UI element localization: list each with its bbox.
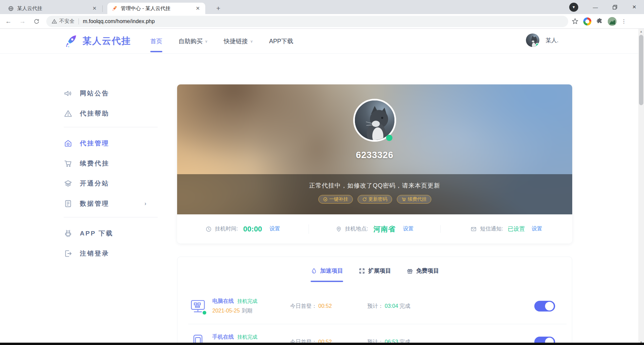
close-icon[interactable]: ✕ [90, 5, 99, 12]
forward-icon[interactable]: → [17, 16, 28, 27]
warning-icon [52, 19, 57, 24]
cart-icon [64, 159, 72, 168]
hang-location-section: 挂机地点: 河南省 设置 [309, 224, 440, 234]
main-nav: 首页 自助购买 ∨ 快捷链接 ∨ APP下载 [150, 29, 293, 54]
tab-free-projects[interactable]: 免费项目 [407, 267, 439, 288]
user-name: 某人. [545, 37, 558, 44]
scroll-up-arrow[interactable]: ▲ [638, 29, 644, 34]
set-location-link[interactable]: 设置 [403, 225, 414, 232]
menu-kebab-icon[interactable]: ⋮ [621, 20, 627, 22]
user-avatar[interactable] [526, 33, 539, 47]
logout-icon [64, 249, 72, 258]
layers-icon [64, 179, 72, 188]
project-name: 手机在线 [212, 334, 234, 340]
first-login-col: 今日首登：00:52 [290, 303, 367, 310]
tab-extended-projects[interactable]: 扩展项目 [359, 267, 391, 288]
warning-icon [64, 109, 72, 118]
profile-avatar[interactable] [608, 17, 616, 26]
update-password-button[interactable]: 更新密码 [358, 195, 392, 204]
sidebar-item-label: 数据管理 [80, 199, 109, 208]
brand[interactable]: 某人云代挂 [64, 34, 131, 48]
tab-underline [407, 281, 439, 282]
status-message: 正常代挂中，如修改了QQ密码，请来本页更新 [177, 182, 572, 190]
banner-dark-overlay [177, 174, 572, 214]
mail-icon [471, 226, 477, 232]
sidebar-item-app-download[interactable]: APP 下载 [64, 227, 158, 240]
security-chip[interactable]: 不安全 [52, 18, 74, 24]
profile-banner: 6233326 正常代挂中，如修改了QQ密码，请来本页更新 一键补挂 更新密码 [177, 84, 572, 214]
hang-location-label: 挂机地点: [345, 225, 368, 232]
active-underline [150, 51, 162, 52]
tab-label: 扩展项目 [368, 267, 391, 275]
url-text[interactable]: m.foolqq.com/home/index.php [83, 18, 155, 24]
button-label: 续费代挂 [408, 196, 427, 202]
estimate-suffix: 完成 [399, 303, 410, 309]
online-status-dot [386, 135, 392, 141]
desktop-icon [188, 296, 208, 316]
user-chip[interactable]: 某人. [526, 33, 558, 47]
row-text: 电脑在线 挂机完成 2021-05-25到期 [212, 298, 270, 315]
nav-app-download[interactable]: APP下载 [269, 29, 293, 54]
tab-title: 某人云代挂 [17, 5, 90, 12]
estimate-label: 预计： [367, 303, 383, 309]
online-status-dot [535, 43, 539, 47]
tab-accelerated-projects[interactable]: 加速项目 [311, 267, 343, 288]
nav-label: 快捷链接 [224, 29, 248, 54]
nav-home[interactable]: 首页 [150, 29, 162, 54]
hang-time-value: 00:00 [243, 225, 262, 233]
new-tab-button[interactable]: + [213, 3, 223, 13]
sidebar-item-logout[interactable]: 注销登录 [64, 247, 158, 260]
nav-self-purchase[interactable]: 自助购买 ∨ [178, 29, 208, 54]
sidebar-item-hang-management[interactable]: 代挂管理 [64, 137, 158, 150]
project-name: 电脑在线 [212, 298, 234, 304]
toggle-knob [545, 302, 554, 310]
refresh-icon[interactable] [31, 16, 42, 27]
sidebar-item-label: 注销登录 [80, 249, 109, 258]
scrollbar-thumb[interactable] [639, 35, 643, 105]
close-icon[interactable]: ✕ [194, 5, 202, 12]
nav-quick-links[interactable]: 快捷链接 ∨ [224, 29, 253, 54]
sidebar-item-announcements[interactable]: 网站公告 [64, 87, 158, 100]
bottom-edge-bar [0, 343, 644, 345]
set-sms-link[interactable]: 设置 [532, 225, 542, 232]
extension-wheel-icon[interactable] [583, 17, 591, 25]
rocket-favicon-icon [111, 5, 117, 11]
project-tabs: 加速项目 扩展项目 [177, 257, 572, 288]
project-row-phone: 手机在线 挂机完成 2021-05-25到期 今日首登：00:52 预计：06:… [177, 324, 572, 345]
security-label: 不安全 [59, 18, 74, 24]
sidebar-item-label: 续费代挂 [80, 159, 109, 168]
close-window-button[interactable]: ✕ [625, 0, 644, 14]
divider [78, 18, 79, 24]
minimize-button[interactable]: — [586, 0, 605, 14]
tab-underline [359, 281, 391, 282]
page-scrollbar[interactable]: ▲ ▼ [638, 29, 644, 345]
expire-label: 到期 [242, 308, 253, 314]
check-circle-icon [323, 197, 328, 202]
sidebar-item-substation[interactable]: 开通分站 [64, 177, 158, 190]
pc-online-toggle[interactable] [534, 301, 555, 312]
bookmark-star-icon[interactable] [572, 18, 579, 25]
banner-actions: 一键补挂 更新密码 续费代挂 [177, 195, 572, 204]
extensions-puzzle-icon[interactable] [596, 18, 603, 25]
estimate-col: 预计：03:04完成 [367, 303, 454, 310]
project-status: 挂机完成 [237, 334, 257, 340]
hang-location-value: 河南省 [373, 224, 395, 234]
back-icon[interactable]: ← [3, 16, 14, 27]
restore-button[interactable] [605, 0, 625, 14]
first-login-label: 今日首登： [290, 303, 317, 309]
renew-hang-button[interactable]: 续费代挂 [397, 195, 431, 204]
sidebar-item-renew[interactable]: 续费代挂 [64, 157, 158, 170]
chevron-down-circle-icon[interactable]: ▼ [569, 3, 578, 12]
browser-tab-1[interactable]: 某人云代挂 ✕ [4, 3, 102, 14]
one-key-rehang-button[interactable]: 一键补挂 [318, 195, 353, 204]
address-bar[interactable]: 不安全 m.foolqq.com/home/index.php [46, 16, 568, 27]
nav-label: 首页 [150, 29, 162, 54]
gift-icon [407, 268, 413, 274]
sidebar-item-help[interactable]: 代挂帮助 [64, 107, 158, 120]
first-login-value: 00:52 [318, 303, 332, 309]
expire-date: 2021-05-25 [212, 308, 240, 314]
browser-tab-2[interactable]: 管理中心 - 某人云代挂 ✕ [107, 3, 205, 14]
set-time-link[interactable]: 设置 [269, 225, 280, 232]
info-bar: 挂机时间: 00:00 设置 挂机地点: 河南省 设置 短信通知: [177, 214, 572, 244]
sidebar-item-data-management[interactable]: 数据管理 › [64, 197, 158, 210]
